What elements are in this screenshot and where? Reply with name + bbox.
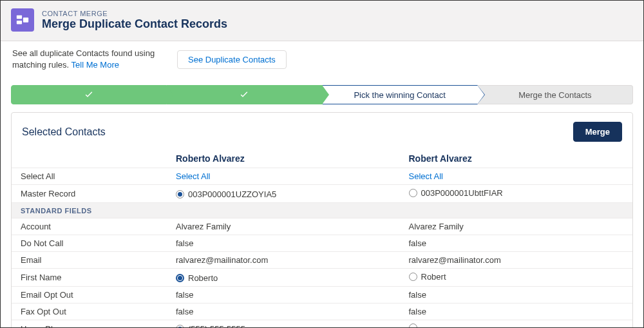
row-label: Master Record: [12, 185, 167, 203]
radio-selected-icon: [176, 325, 184, 328]
svg-rect-1: [17, 21, 22, 24]
merge-button[interactable]: Merge: [573, 122, 622, 142]
contact-b-header: Robert Alvarez: [400, 148, 633, 168]
tell-me-more-link[interactable]: Tell Me More: [71, 60, 119, 70]
master-record-b-radio[interactable]: 003P000001UbttFIAR: [409, 188, 503, 198]
radio-selected-icon: [176, 274, 184, 282]
merge-table: Roberto Alvarez Robert Alvarez Select Al…: [12, 148, 632, 328]
page-title: Merge Duplicate Contact Records: [42, 17, 227, 31]
progress-indicator: Pick the winning Contact Merge the Conta…: [11, 85, 633, 104]
home-phone-a-radio[interactable]: (555) 555-5555: [176, 324, 245, 328]
contact-a-header: Roberto Alvarez: [167, 148, 400, 168]
check-icon: [84, 89, 94, 101]
row-label: Do Not Call: [12, 235, 167, 252]
progress-step-3-label: Pick the winning Contact: [354, 90, 445, 100]
first-name-b-radio[interactable]: Robert: [409, 272, 446, 282]
select-all-b-link[interactable]: Select All: [409, 171, 443, 181]
svg-rect-2: [23, 17, 28, 22]
row-label: Email: [12, 252, 167, 269]
home-phone-a-value: (555) 555-5555: [188, 324, 245, 328]
home-phone-b-radio[interactable]: [409, 323, 421, 328]
row-home-phone: Home Phone (555) 555-5555: [12, 320, 632, 328]
select-all-a-link[interactable]: Select All: [176, 171, 210, 181]
do-not-call-a-value: false: [167, 235, 400, 252]
page-header: CONTACT MERGE Merge Duplicate Contact Re…: [1, 1, 643, 41]
contact-merge-icon: [11, 8, 34, 32]
progress-step-2: [167, 85, 322, 104]
row-master-record: Master Record 003P000001UZZOYIA5 003P000…: [12, 185, 632, 203]
master-record-b-value: 003P000001UbttFIAR: [421, 188, 503, 198]
row-label: Email Opt Out: [12, 287, 167, 304]
account-a-value: Alvarez Family: [167, 218, 400, 235]
master-record-a-value: 003P000001UZZOYIA5: [188, 189, 276, 199]
row-email-opt-out: Email Opt Out false false: [12, 287, 632, 304]
do-not-call-b-value: false: [400, 235, 633, 252]
first-name-b-value: Robert: [421, 272, 446, 282]
header-eyebrow: CONTACT MERGE: [42, 10, 227, 17]
svg-rect-0: [17, 15, 22, 19]
row-account: Account Alvarez Family Alvarez Family: [12, 218, 632, 235]
row-label: Account: [12, 218, 167, 235]
row-label: Select All: [12, 168, 167, 185]
helper-row: See all duplicate Contacts found using m…: [1, 41, 643, 73]
row-label: Fax Opt Out: [12, 304, 167, 320]
progress-step-3: Pick the winning Contact: [323, 85, 478, 104]
email-b-value: ralvarez@mailinator.com: [400, 252, 633, 269]
row-label: Home Phone: [12, 320, 167, 328]
row-first-name: First Name Roberto Robert: [12, 269, 632, 287]
master-record-a-radio[interactable]: 003P000001UZZOYIA5: [176, 189, 276, 199]
radio-unselected-icon: [409, 323, 417, 328]
check-icon: [239, 89, 249, 101]
section-standard-fields: STANDARD FIELDS: [12, 203, 632, 218]
radio-unselected-icon: [409, 273, 417, 281]
panel-title: Selected Contacts: [22, 126, 106, 138]
first-name-a-value: Roberto: [188, 273, 218, 283]
radio-selected-icon: [176, 190, 184, 198]
row-select-all: Select All Select All Select All: [12, 168, 632, 185]
fax-opt-out-b-value: false: [400, 304, 633, 320]
email-opt-out-a-value: false: [167, 287, 400, 304]
section-label: STANDARD FIELDS: [12, 203, 632, 218]
progress-step-4-label: Merge the Contacts: [518, 90, 591, 100]
email-opt-out-b-value: false: [400, 287, 633, 304]
row-fax-opt-out: Fax Opt Out false false: [12, 304, 632, 320]
table-header-row: Roberto Alvarez Robert Alvarez: [12, 148, 632, 168]
progress-step-4: Merge the Contacts: [478, 85, 633, 104]
helper-text: See all duplicate Contacts found using m…: [12, 48, 173, 71]
row-email: Email ralvarez@mailinator.com ralvarez@m…: [12, 252, 632, 269]
radio-unselected-icon: [409, 189, 417, 197]
email-a-value: ralvarez@mailinator.com: [167, 252, 400, 269]
fax-opt-out-a-value: false: [167, 304, 400, 320]
see-duplicate-contacts-button[interactable]: See Duplicate Contacts: [177, 50, 287, 69]
progress-step-1: [11, 85, 167, 104]
row-label: First Name: [12, 269, 167, 287]
first-name-a-radio[interactable]: Roberto: [176, 273, 218, 283]
panel-header: Selected Contacts Merge: [12, 113, 632, 148]
row-do-not-call: Do Not Call false false: [12, 235, 632, 252]
account-b-value: Alvarez Family: [400, 218, 633, 235]
header-text: CONTACT MERGE Merge Duplicate Contact Re…: [42, 10, 227, 31]
selected-contacts-panel: Selected Contacts Merge Roberto Alvarez …: [11, 112, 633, 328]
